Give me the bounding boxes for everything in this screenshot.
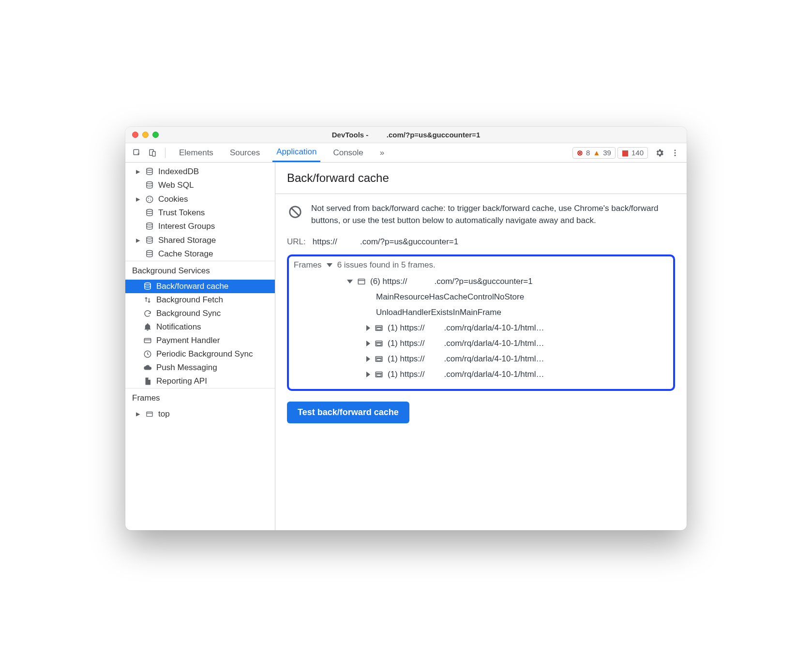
chevron-right-icon xyxy=(366,372,370,377)
sidebar-item-indexeddb[interactable]: ▸IndexedDB xyxy=(125,164,275,179)
panel-tabs: Elements Sources Application Console » xyxy=(175,143,388,162)
subframe-label: (1) https://.com/rq/darla/4-10-1/html… xyxy=(388,354,544,364)
warning-icon: ▲ xyxy=(593,149,600,157)
sidebar-item-notifications[interactable]: Notifications xyxy=(125,320,275,334)
root-frame-row[interactable]: (6) https://.com/?p=us&guccounter=1 xyxy=(294,274,668,289)
svg-point-5 xyxy=(675,154,676,156)
sidebar-item-label: Cookies xyxy=(158,194,188,204)
chevron-right-icon: ▸ xyxy=(135,409,141,419)
subframe-row[interactable]: (1) https://.com/rq/darla/4-10-1/html… xyxy=(294,351,668,367)
sidebar-item-background-fetch[interactable]: Background Fetch xyxy=(125,293,275,307)
tab-application[interactable]: Application xyxy=(272,143,320,162)
chevron-down-icon xyxy=(327,263,332,267)
bfcache-pane: Back/forward cache Not served from back/… xyxy=(275,163,687,530)
warning-count: 39 xyxy=(603,149,611,157)
sync-icon xyxy=(143,309,152,318)
subframe-row[interactable]: (1) https://.com/rq/darla/4-10-1/html… xyxy=(294,336,668,351)
bfcache-reason: UnloadHandlerExistsInMainFrame xyxy=(294,305,668,320)
tab-sources[interactable]: Sources xyxy=(226,143,264,162)
kebab-menu-icon[interactable] xyxy=(668,146,682,160)
tab-console[interactable]: Console xyxy=(329,143,367,162)
svg-point-12 xyxy=(148,200,149,201)
subframe-row[interactable]: (1) https://.com/rq/darla/4-10-1/html… xyxy=(294,320,668,336)
svg-rect-29 xyxy=(377,328,381,330)
blocked-icon xyxy=(287,204,303,220)
svg-point-17 xyxy=(145,283,150,285)
test-bfcache-button[interactable]: Test back/forward cache xyxy=(287,402,409,423)
window-icon xyxy=(145,410,154,418)
svg-point-4 xyxy=(675,152,676,153)
devtools-window: DevTools - .com/?p=us&guccounter=1 Eleme… xyxy=(125,127,687,530)
svg-point-8 xyxy=(146,196,153,203)
devtools-toolbar: Elements Sources Application Console » ⊗… xyxy=(125,143,687,163)
bell-icon xyxy=(143,323,152,331)
minimize-window-button[interactable] xyxy=(142,132,149,138)
subframe-label: (1) https://.com/rq/darla/4-10-1/html… xyxy=(388,370,544,379)
url-value: https:// .com/?p=us&guccounter=1 xyxy=(313,237,458,247)
issues-count: 140 xyxy=(632,149,644,157)
toolbar-divider xyxy=(165,148,165,158)
sidebar-item-payment-handler[interactable]: Payment Handler xyxy=(125,334,275,347)
sidebar-item-back-forward-cache[interactable]: Back/forward cache xyxy=(125,280,275,293)
sidebar-item-shared-storage[interactable]: ▸Shared Storage xyxy=(125,233,275,247)
sidebar-item-push-messaging[interactable]: Push Messaging xyxy=(125,361,275,374)
inspect-element-icon[interactable] xyxy=(130,146,144,160)
device-toolbar-icon[interactable] xyxy=(146,146,159,160)
error-icon: ⊗ xyxy=(577,149,583,157)
chevron-right-icon: ▸ xyxy=(135,194,141,204)
svg-point-7 xyxy=(147,182,152,184)
sidebar-item-label: Payment Handler xyxy=(156,336,220,345)
clock-icon xyxy=(143,350,152,358)
sidebar-item-label: Background Sync xyxy=(156,309,221,318)
database-icon xyxy=(145,181,154,190)
sidebar-item-background-sync[interactable]: Background Sync xyxy=(125,307,275,320)
svg-point-3 xyxy=(675,149,676,151)
frames-heading: Frames xyxy=(125,388,275,407)
error-count: 8 xyxy=(586,149,590,157)
chevron-right-icon: ▸ xyxy=(135,166,141,177)
application-sidebar: ▸IndexedDBWeb SQL▸CookiesTrust TokensInt… xyxy=(125,163,275,530)
svg-rect-35 xyxy=(377,359,381,361)
cloud-icon xyxy=(143,363,152,372)
storage-group: ▸IndexedDBWeb SQL▸CookiesTrust TokensInt… xyxy=(125,163,275,261)
subframe-row[interactable]: (1) https://.com/rq/darla/4-10-1/html… xyxy=(294,367,668,382)
updown-icon xyxy=(143,296,152,304)
frames-summary-row[interactable]: Frames 6 issues found in 5 frames. xyxy=(294,260,668,270)
database-icon xyxy=(145,222,154,231)
sidebar-item-frames-top[interactable]: ▸ top xyxy=(125,407,275,421)
close-window-button[interactable] xyxy=(132,132,138,138)
svg-point-16 xyxy=(147,251,152,253)
settings-icon[interactable] xyxy=(653,146,666,160)
sidebar-item-cookies[interactable]: ▸Cookies xyxy=(125,192,275,206)
tab-more[interactable]: » xyxy=(376,143,388,162)
svg-point-15 xyxy=(147,237,152,239)
card-icon xyxy=(143,336,152,345)
content-area: ▸IndexedDBWeb SQL▸CookiesTrust TokensInt… xyxy=(125,163,687,530)
maximize-window-button[interactable] xyxy=(152,132,159,138)
sidebar-item-label: Reporting API xyxy=(156,376,207,386)
svg-line-24 xyxy=(292,209,299,216)
svg-point-9 xyxy=(148,197,149,198)
chevron-right-icon xyxy=(366,356,370,362)
iframe-icon xyxy=(374,324,384,332)
sidebar-item-reporting-api[interactable]: Reporting API xyxy=(125,374,275,388)
database-icon xyxy=(145,250,154,258)
bg-services-heading: Background Services xyxy=(125,261,275,280)
issues-chip[interactable]: ▦140 xyxy=(617,147,648,159)
window-title: DevTools - .com/?p=us&guccounter=1 xyxy=(125,131,687,139)
errors-warnings-chip[interactable]: ⊗8 ▲39 xyxy=(572,147,616,159)
frames-top-label: top xyxy=(158,409,170,419)
database-icon xyxy=(145,167,154,176)
tab-elements[interactable]: Elements xyxy=(175,143,217,162)
sidebar-item-web-sql[interactable]: Web SQL xyxy=(125,179,275,192)
sidebar-item-label: Notifications xyxy=(156,322,201,332)
sidebar-item-label: Periodic Background Sync xyxy=(156,349,253,359)
chevron-right-icon xyxy=(366,341,370,346)
sidebar-item-periodic-background-sync[interactable]: Periodic Background Sync xyxy=(125,347,275,361)
sidebar-item-trust-tokens[interactable]: Trust Tokens xyxy=(125,206,275,220)
sidebar-item-cache-storage[interactable]: Cache Storage xyxy=(125,247,275,261)
sidebar-item-interest-groups[interactable]: Interest Groups xyxy=(125,220,275,233)
sidebar-item-label: Trust Tokens xyxy=(158,208,205,218)
database-icon xyxy=(143,282,152,291)
frames-label: Frames xyxy=(294,260,322,270)
